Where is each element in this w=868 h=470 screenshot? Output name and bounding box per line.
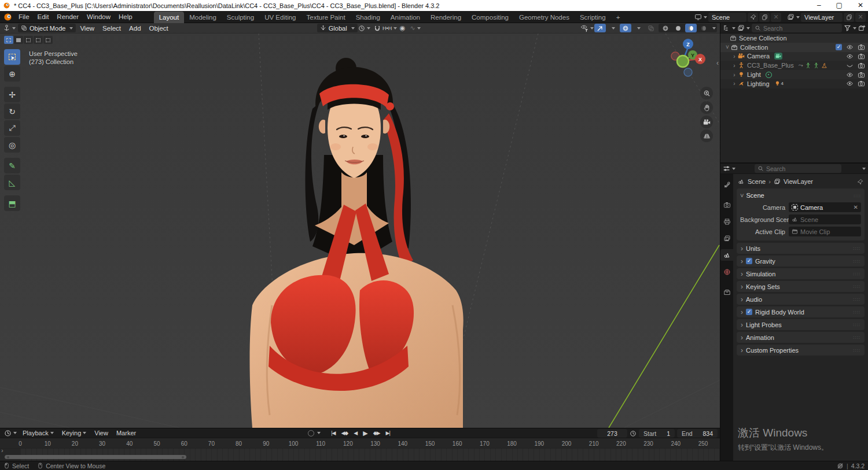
transform-pivot-dropdown[interactable] (359, 24, 370, 32)
outliner-row-light[interactable]: › Light (720, 70, 868, 79)
properties-search-input[interactable] (766, 165, 838, 172)
tool-measure[interactable]: ◺ (4, 175, 20, 190)
tool-rotate[interactable]: ↻ (4, 103, 20, 119)
tab-collection[interactable] (720, 286, 733, 298)
section-checkbox[interactable]: ✓ (746, 258, 752, 264)
menu-view[interactable]: View (90, 430, 112, 436)
tab-scene[interactable] (720, 249, 733, 261)
new-collection-button[interactable] (858, 24, 866, 32)
tool-annotate[interactable]: ✎ (4, 158, 20, 173)
tab-geometry-nodes[interactable]: Geometry Nodes (514, 12, 575, 23)
viewlayer-selector[interactable]: ViewLayer (801, 13, 843, 22)
overlays-dropdown[interactable] (632, 24, 643, 32)
shading-rendered-button[interactable] (698, 24, 709, 32)
menu-add[interactable]: Add (125, 25, 145, 32)
expand-icon[interactable]: ˅ (724, 44, 731, 50)
scene-browse-button[interactable] (694, 13, 707, 21)
hide-eye-icon[interactable] (846, 53, 854, 60)
select-mode-set[interactable] (4, 36, 13, 44)
menu-view[interactable]: View (76, 25, 98, 32)
background-scene-field[interactable]: Scene (789, 214, 861, 224)
3d-viewport[interactable]: Object Mode View Select Add Object Globa… (0, 23, 720, 428)
object-visibility-filter-dropdown[interactable] (581, 24, 593, 32)
pin-scene-icon[interactable] (748, 13, 758, 22)
tab-render[interactable] (720, 199, 733, 210)
tab-output[interactable] (720, 216, 733, 227)
add-workspace-button[interactable]: + (611, 12, 626, 23)
collection-checkbox[interactable]: ✓ (836, 44, 842, 50)
properties-section-rigid-body-world[interactable]: ›✓Rigid Body World:::: (737, 306, 865, 317)
panel-expand-icon[interactable]: ˅ (740, 192, 744, 199)
tab-texture-paint[interactable]: Texture Paint (301, 12, 351, 23)
properties-section-gravity[interactable]: ›✓Gravity:::: (737, 256, 865, 267)
prev-keyframe-button[interactable]: ◀◆ (339, 430, 350, 436)
maximize-button[interactable]: ▢ (836, 0, 843, 11)
outliner-row-cc3-base-plus[interactable]: › CC3_Base_Plus ⤳ (720, 61, 868, 70)
breadcrumb-viewlayer[interactable]: ViewLayer (784, 178, 813, 185)
snap-target-dropdown[interactable]: H•H (384, 24, 396, 32)
properties-editor-type-button[interactable] (723, 165, 735, 172)
timeline-editor[interactable]: Playback Keying View Marker |◀ ◀◆ ◀ ▶ ◆▶… (0, 428, 720, 461)
mode-dropdown[interactable]: Object Mode (18, 24, 76, 32)
timeline-track[interactable] (0, 449, 720, 461)
hide-eye-icon[interactable] (846, 80, 854, 87)
tab-modeling[interactable]: Modeling (184, 12, 222, 23)
timeline-expand-arrow[interactable]: › (1, 447, 3, 454)
tab-uv-editing[interactable]: UV Editing (259, 12, 301, 23)
tool-select-box[interactable]: ➤ (4, 49, 20, 65)
camera-view-button[interactable] (700, 116, 713, 128)
tool-transform[interactable]: ◎ (4, 137, 20, 153)
properties-section-light-probes[interactable]: ›Light Probes:::: (737, 319, 865, 330)
outliner-search[interactable] (752, 24, 842, 32)
active-clip-field[interactable]: Movie Clip (789, 227, 861, 236)
select-mode-invert[interactable] (34, 36, 43, 44)
minimize-button[interactable]: – (817, 0, 821, 11)
perspective-toggle-button[interactable] (700, 129, 713, 142)
clear-camera-icon[interactable]: ✕ (854, 204, 858, 210)
menu-keying[interactable]: Keying (58, 430, 91, 436)
pin-id-icon[interactable] (857, 179, 863, 185)
outliner-row-scene-collection[interactable]: Scene Collection (720, 34, 868, 43)
expand-icon[interactable]: › (731, 72, 738, 78)
render-camera-icon[interactable] (858, 62, 865, 69)
shading-wireframe-button[interactable] (660, 24, 671, 32)
proportional-falloff-dropdown[interactable]: ∿ (410, 24, 421, 32)
expand-icon[interactable]: › (731, 53, 738, 60)
transform-orientation-dropdown[interactable]: Global (317, 24, 358, 32)
outliner-search-input[interactable] (763, 25, 839, 32)
properties-search[interactable] (755, 164, 841, 173)
tool-add-cube[interactable]: ⬒ (4, 195, 20, 211)
scene-panel-title[interactable]: Scene (746, 192, 764, 199)
navigation-gizmo[interactable]: Z Y X (665, 36, 712, 82)
outliner-display-mode-button[interactable] (737, 24, 750, 32)
expand-icon[interactable]: › (731, 62, 738, 69)
jump-to-start-button[interactable]: |◀ (329, 430, 337, 436)
menu-edit[interactable]: Edit (34, 13, 53, 20)
copy-viewlayer-icon[interactable] (844, 13, 854, 22)
hide-eye-icon[interactable] (846, 43, 854, 51)
gizmo-axis-neg-z[interactable] (684, 68, 692, 76)
gizmos-dropdown[interactable] (606, 24, 618, 32)
show-gizmos-toggle[interactable] (594, 24, 606, 32)
menu-file[interactable]: File (14, 13, 34, 20)
hide-eye-icon[interactable] (846, 71, 854, 79)
properties-section-animation[interactable]: ›Animation:::: (737, 332, 865, 343)
show-overlays-toggle[interactable] (620, 24, 631, 32)
section-checkbox[interactable]: ✓ (746, 309, 752, 315)
outliner-row-collection[interactable]: ˅ Collection ✓ (720, 43, 868, 52)
properties-section-audio[interactable]: ›Audio:::: (737, 294, 865, 305)
scene-selector[interactable]: Scene (708, 13, 746, 22)
outliner-row-lighting[interactable]: › Lighting 4 (720, 79, 868, 88)
play-button[interactable]: ▶ (361, 430, 369, 437)
timeline-hscrollbar[interactable] (5, 455, 186, 459)
stopwatch-icon[interactable] (630, 430, 637, 437)
expand-icon[interactable]: › (731, 80, 738, 87)
outliner-row-camera[interactable]: › Camera (720, 52, 868, 61)
proportional-editing-icon[interactable]: ◉ (397, 24, 409, 32)
render-camera-icon[interactable] (858, 53, 865, 60)
menu-render[interactable]: Render (53, 13, 83, 20)
tab-scripting[interactable]: Scripting (575, 12, 611, 23)
breadcrumb-scene[interactable]: Scene (748, 178, 766, 185)
select-mode-extend[interactable] (14, 36, 23, 44)
gizmo-axis-neg-y[interactable] (677, 55, 689, 67)
